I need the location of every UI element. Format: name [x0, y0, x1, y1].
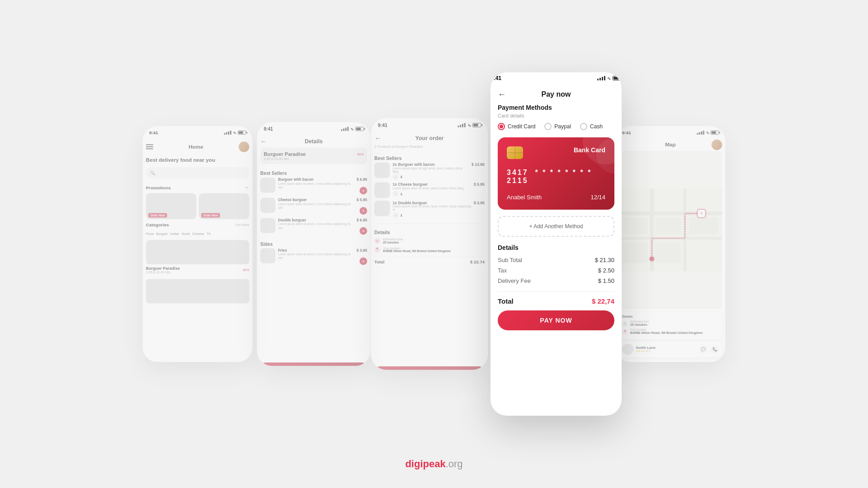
paypal-label: Paypal	[554, 123, 571, 130]
map-area: X	[619, 151, 722, 309]
banner-meta: 1.95 $ 20-30 Min.	[264, 157, 363, 160]
cat-pizza[interactable]: Pizza	[146, 232, 154, 236]
wifi-icon-2: ∿	[350, 127, 354, 131]
phone-your-order: 9:41 ∿ ← Your order 2 Produ	[371, 118, 488, 370]
map-avatar[interactable]	[712, 139, 722, 150]
promo-card-1[interactable]: Order Now	[146, 193, 197, 220]
confirm-btn-wrapper: CONFIRM NOW	[374, 363, 485, 370]
pin-icon-map: 📍	[622, 329, 628, 335]
categories-row: Pizza Burguer Indian Sushi Chinese Th	[146, 232, 250, 236]
back-arrow-3[interactable]: ←	[374, 134, 381, 142]
order-desc-3: Lorem ipsum dolor sit amet, ianec cetetu…	[392, 205, 471, 211]
card-num-start: 3417	[507, 169, 528, 176]
pay-back-arrow[interactable]: ←	[498, 90, 506, 99]
radio-inner-credit	[500, 125, 503, 128]
search-icon: 🔍	[150, 171, 155, 175]
signal-icon-3	[458, 123, 465, 127]
battery-icon-3	[472, 123, 481, 127]
qty-minus-2[interactable]: -	[392, 191, 398, 197]
promotions-arrow[interactable]: →	[244, 184, 250, 191]
avatar[interactable]	[239, 141, 249, 152]
order-price-2: $ 5.95	[474, 183, 485, 187]
phone-pay-now: 9:41 ∿ ← Pay now Payment Me	[491, 72, 622, 416]
rest-rating: 88%	[243, 268, 249, 272]
restaurant-image-2	[146, 279, 250, 303]
add-another-method-btn[interactable]: + Add Another Method	[498, 216, 614, 237]
back-arrow[interactable]: ←	[260, 137, 267, 145]
pay-option-credit[interactable]: Credit Card	[498, 123, 535, 130]
search-bar[interactable]: 🔍	[146, 167, 250, 178]
cat-indian[interactable]: Indian	[170, 232, 179, 236]
pay-option-paypal[interactable]: Paypal	[544, 123, 571, 130]
cat-sushi[interactable]: Sushi	[182, 232, 190, 236]
cat-th[interactable]: Th	[207, 232, 210, 236]
phone-map: 9:41 ∿ Map	[616, 126, 726, 362]
order-now-button[interactable]: ORDER NOW FOR $ 5.95	[260, 362, 367, 366]
pay-wifi-icon: ∿	[607, 76, 611, 81]
categories-title: Categories	[146, 222, 169, 227]
pay-option-cash[interactable]: Cash	[580, 123, 603, 130]
qty-ctrl-3: - 1	[392, 212, 471, 218]
add-btn-3[interactable]: +	[359, 227, 367, 235]
pay-screen: ← Pay now Payment Methods Card details C…	[491, 85, 622, 416]
details-label-5: Details	[622, 315, 719, 319]
details-nav-title: Details	[305, 138, 323, 145]
add-btn-2[interactable]: +	[359, 207, 367, 215]
stars-icon: ★★★★	[636, 350, 646, 352]
add-btn-1[interactable]: +	[359, 187, 367, 195]
promotions-header: Promotions →	[146, 184, 250, 191]
order-item-2: 1x Cheese burguer Lorem ipsum dolor sit …	[374, 183, 485, 198]
menu-name-2: Cheese burguer	[278, 198, 354, 202]
wifi-icon: ∿	[233, 130, 236, 135]
card-details-label: Card details	[498, 113, 614, 118]
call-button[interactable]: 📞	[711, 345, 719, 353]
menu-item-1: Burguer with bacon Lorem ipsum dolor sit…	[260, 178, 367, 194]
order-info-1: 2x Burguer with bacon Lorem ipsum dolor …	[392, 163, 469, 180]
qty-minus-1[interactable]: -	[392, 174, 398, 179]
add-btn-4[interactable]: +	[359, 258, 367, 265]
sb1	[224, 133, 226, 135]
radio-paypal	[544, 123, 552, 130]
order-name-3: 1x Double burguer	[392, 201, 471, 205]
order-nav-header: ← Your order	[374, 133, 485, 145]
location-val: B456B Hilton Road, N9 Bristol United Kin…	[383, 249, 451, 253]
status-icons-1: ∿	[224, 130, 246, 135]
banner-name: Burguer Paradise	[264, 151, 306, 157]
phone-details: 9:41 ∿ ← Details	[257, 122, 370, 366]
promo-cards: Order Now Order Now	[146, 193, 250, 220]
svg-rect-10	[623, 242, 648, 263]
confirm-now-button[interactable]: CONFIRM NOW	[374, 366, 485, 370]
hamburger-menu[interactable]	[146, 145, 153, 150]
promo-card-2-label: Order Now	[201, 213, 220, 218]
menu-desc-1: Lorem ipsum dolor sit amet, c ince cetet…	[278, 182, 354, 189]
driver-info: Smith Lane ★★★★ 4.7	[636, 346, 697, 353]
est-time-val: 25 minutes	[383, 241, 403, 244]
driver-avatar	[622, 344, 633, 355]
pay-signal-icon	[597, 76, 605, 80]
order-price-1: $ 13.95	[472, 163, 485, 167]
send-icon[interactable]: ➤	[668, 360, 673, 362]
restaurant-banner: Burguer Paradise 88% 1.95 $ 20-30 Min.	[260, 148, 367, 164]
menu-right-1: $ 6.95 +	[357, 178, 367, 194]
qty-minus-3[interactable]: -	[392, 212, 398, 218]
brand-tld: .org	[446, 458, 463, 469]
order-item-1: 2x Burguer with bacon Lorem ipsum dolor …	[374, 163, 485, 180]
cat-burguer[interactable]: Burguer	[156, 232, 168, 236]
pay-now-button[interactable]: PAY NOW	[498, 310, 614, 330]
signal-icon-2	[341, 127, 349, 131]
sb4	[230, 131, 231, 135]
order-img-3	[374, 201, 390, 216]
restaurant-card-1[interactable]: Burguer Paradise 1.95 $ 20-30 Min. 88%	[146, 240, 250, 276]
payment-methods-title: Payment Methods	[498, 104, 614, 111]
total-row: Total $ 22.74	[374, 260, 485, 265]
promo-card-2[interactable]: Order Now	[199, 193, 250, 220]
message-button[interactable]: 💬	[699, 345, 708, 353]
details-section-label: Details	[374, 230, 485, 235]
cat-chinese[interactable]: Chinese	[192, 232, 204, 236]
brand: digipeak.org	[405, 458, 462, 470]
see-more[interactable]: See More	[235, 223, 249, 227]
restaurant-info-1: Burguer Paradise 1.95 $ 20-30 Min. 88%	[146, 264, 250, 276]
divider-1	[374, 223, 485, 224]
sub-total-line: Sub Total $ 21.30	[498, 257, 614, 263]
details-title: Details	[498, 244, 614, 251]
